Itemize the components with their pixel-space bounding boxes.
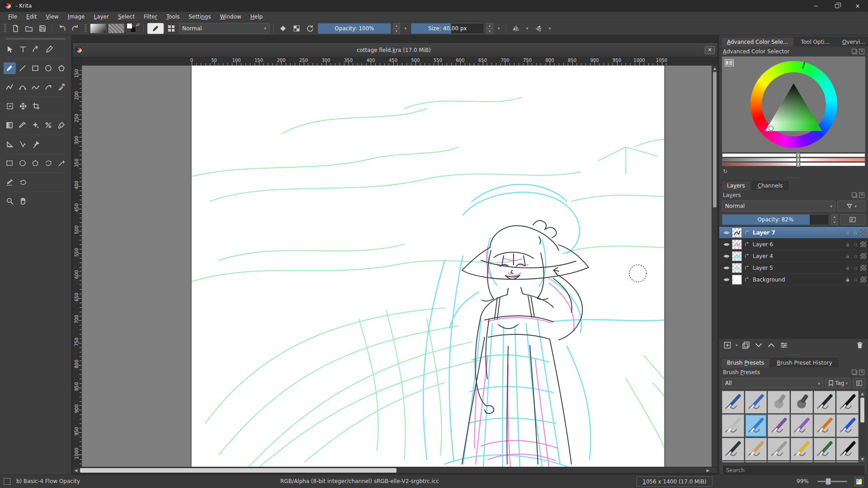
tool-color-sampler-button[interactable]: [17, 119, 29, 131]
tool-transform-button[interactable]: [4, 100, 16, 112]
restore-button[interactable]: [826, 0, 847, 12]
tool-gradient-button[interactable]: [4, 119, 16, 131]
menu-item-layer[interactable]: Layer: [89, 13, 113, 21]
tool-measure-button[interactable]: [17, 138, 29, 150]
layer-lock-icon[interactable]: [844, 277, 851, 283]
layer-inherit-alpha-icon[interactable]: [860, 265, 866, 271]
add-layer-dropdown-icon[interactable]: ▾: [736, 343, 738, 347]
pattern-chooser-button[interactable]: [108, 23, 124, 33]
toolbox-drag-handle[interactable]: [5, 38, 66, 40]
menu-item-filter[interactable]: Filter: [139, 13, 162, 21]
tool-freehand-select-button[interactable]: [42, 157, 55, 169]
layer-lock-icon[interactable]: [844, 241, 851, 248]
tool-similar-select-button[interactable]: [4, 176, 16, 188]
menu-item-help[interactable]: Help: [246, 13, 267, 21]
tool-crop-button[interactable]: [30, 100, 42, 112]
mirror-vertical-dropdown-icon[interactable]: ▾: [546, 23, 553, 34]
tool-bezier-curve-button[interactable]: [17, 81, 29, 93]
menu-item-settings[interactable]: Settings: [184, 13, 215, 21]
scroll-up-icon[interactable]: ▲: [859, 391, 865, 397]
tool-fill-button[interactable]: [55, 119, 67, 131]
layer-alpha-lock-icon[interactable]: α: [854, 241, 858, 248]
brush-preset-16[interactable]: [791, 438, 813, 460]
layer-visibility-icon[interactable]: [721, 252, 732, 260]
brush-tag-filter-select[interactable]: All ▾: [722, 378, 823, 389]
layer-lock-icon[interactable]: [844, 265, 851, 271]
mirror-vertical-button[interactable]: [533, 23, 544, 34]
layer-style-icon[interactable]: [743, 230, 751, 236]
brush-size-spinner[interactable]: ▴▾: [486, 23, 493, 34]
brush-grid-scrollbar[interactable]: ▲ ▼: [859, 391, 865, 462]
float-docker-icon[interactable]: [852, 370, 857, 375]
brush-size-slider[interactable]: Size: 40.00 px: [411, 23, 484, 34]
brush-preset-20[interactable]: [745, 461, 767, 462]
layer-style-icon[interactable]: [743, 277, 751, 283]
layer-inherit-alpha-icon[interactable]: [860, 230, 866, 235]
tool-pan-button[interactable]: [17, 195, 29, 207]
brush-preset-12[interactable]: [836, 414, 859, 437]
color-slider-saturation[interactable]: [722, 158, 865, 162]
layer-opacity-slider[interactable]: Opacity: 82%: [722, 214, 829, 225]
tool-text-button[interactable]: [17, 43, 29, 55]
tool-ellipse-button[interactable]: [42, 62, 55, 74]
tab-advanced-color-sele[interactable]: Advanced Color Sele...: [721, 37, 794, 47]
zoom-slider[interactable]: [817, 481, 847, 482]
float-docker-icon[interactable]: [852, 192, 857, 198]
foreground-color-swatch[interactable]: [127, 23, 132, 29]
layer-thumbnail[interactable]: [732, 239, 742, 249]
vertical-scrollbar[interactable]: ▲: [712, 66, 717, 467]
docker-resize-handle[interactable]: ......: [719, 174, 868, 179]
tool-line-button[interactable]: [17, 62, 29, 74]
hue-ring[interactable]: [750, 61, 837, 148]
brush-preset-23[interactable]: [814, 461, 836, 462]
vertical-scrollbar-thumb[interactable]: [713, 72, 717, 207]
opacity-dropdown-icon[interactable]: ▾: [402, 23, 409, 34]
tool-select-shapes-button[interactable]: [4, 43, 16, 55]
opacity-spinner[interactable]: ▴▾: [393, 23, 400, 34]
scroll-left-icon[interactable]: ◀: [73, 467, 79, 474]
horizontal-scrollbar[interactable]: ◀ ▶: [73, 467, 717, 473]
blending-mode-select[interactable]: Normal ▾: [179, 23, 269, 34]
menu-item-select[interactable]: Select: [113, 13, 139, 21]
layer-blending-mode-select[interactable]: Normal ▾: [722, 201, 835, 211]
color-slider-mix[interactable]: [722, 162, 865, 166]
tool-edit-shapes-button[interactable]: [30, 43, 42, 55]
horizontal-scrollbar-thumb[interactable]: [80, 468, 396, 473]
brush-display-mode-button[interactable]: [853, 378, 865, 389]
tool-colorize-mask-button[interactable]: [42, 119, 55, 131]
layer-visibility-icon[interactable]: [721, 276, 732, 284]
brush-preset-14[interactable]: [745, 438, 767, 460]
eraser-mode-button[interactable]: [277, 23, 289, 34]
brush-preset-19[interactable]: [722, 461, 744, 462]
brush-preset-2[interactable]: [745, 391, 767, 413]
menu-item-file[interactable]: File: [4, 13, 22, 21]
layer-lock-icon[interactable]: [844, 230, 851, 236]
tag-button[interactable]: Tag ▾: [825, 378, 851, 389]
open-document-button[interactable]: [23, 23, 35, 34]
layer-filter-button[interactable]: ▾: [837, 201, 865, 211]
layer-properties-button[interactable]: [779, 341, 788, 350]
layer-name[interactable]: Background: [751, 277, 844, 283]
layer-inherit-alpha-icon[interactable]: [860, 277, 866, 282]
layer-thumbnail[interactable]: [732, 251, 742, 261]
new-document-button[interactable]: [9, 23, 21, 34]
move-layer-up-button[interactable]: [767, 341, 776, 350]
toolbar-grip[interactable]: [4, 24, 6, 33]
brush-preset-8[interactable]: [745, 414, 767, 437]
canvas[interactable]: [192, 66, 664, 467]
gradient-chooser-button[interactable]: [90, 23, 106, 33]
brush-preset-21[interactable]: [768, 461, 790, 462]
preserve-alpha-button[interactable]: [291, 23, 302, 34]
swap-colors-icon[interactable]: ⇄: [136, 22, 140, 27]
brush-scrollbar-thumb[interactable]: [860, 398, 864, 422]
layer-row-layer-6[interactable]: Layer 6α: [719, 239, 868, 250]
tool-bezier-select-button[interactable]: [17, 176, 29, 188]
layer-visibility-icon[interactable]: [721, 240, 732, 249]
scroll-down-icon[interactable]: ▼: [859, 456, 865, 462]
brush-editor-button[interactable]: [147, 23, 164, 34]
layer-visibility-icon[interactable]: [721, 229, 732, 237]
float-docker-icon[interactable]: [852, 49, 857, 54]
scroll-right-icon[interactable]: ▶: [705, 467, 711, 474]
tab-layers[interactable]: Layers: [721, 181, 751, 190]
brush-preset-3[interactable]: [768, 391, 790, 413]
